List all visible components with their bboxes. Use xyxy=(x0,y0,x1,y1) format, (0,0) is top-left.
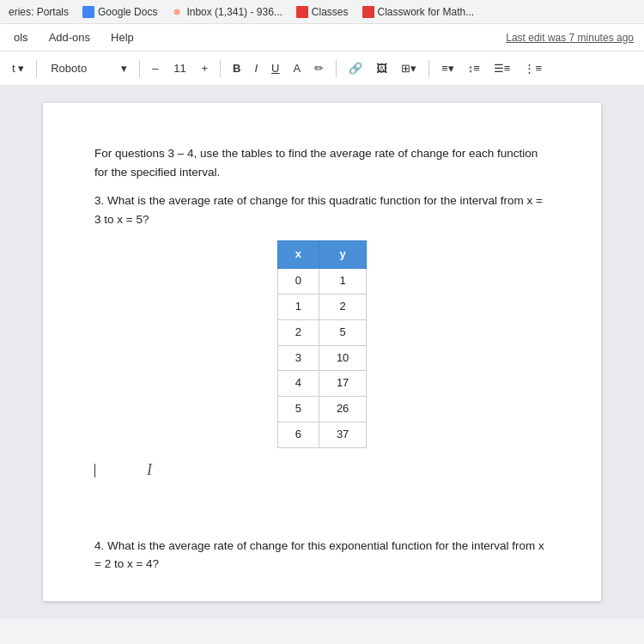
font-size-display[interactable]: 11 xyxy=(167,59,192,77)
text-cursor xyxy=(94,464,95,477)
menu-addons[interactable]: Add-ons xyxy=(46,29,94,46)
toolbar-sep-4 xyxy=(336,60,337,77)
table-row: 25 xyxy=(277,319,367,345)
toolbar-sep-5 xyxy=(428,60,429,77)
table-row: 526 xyxy=(277,397,367,422)
bookmark-inbox[interactable]: ⊗ Inbox (1,341) - 936... xyxy=(171,6,282,18)
cell-x: 5 xyxy=(277,397,319,422)
toolbar: t ▾ Roboto ▾ – 11 + B I U A ✏ 🔗 🖼 ⊞▾ ≡▾ … xyxy=(0,52,644,86)
bookmark-portals[interactable]: eries: Portals xyxy=(9,6,69,18)
menu-tools[interactable]: ols xyxy=(10,29,32,46)
data-table-container: x y 011225310417526637 xyxy=(94,240,550,447)
cell-x: 2 xyxy=(277,319,319,345)
cell-y: 5 xyxy=(319,319,366,345)
menu-bar: ols Add-ons Help Last edit was 7 minutes… xyxy=(0,24,644,52)
bookmarks-bar: eries: Portals Google Docs ⊗ Inbox (1,34… xyxy=(0,0,644,24)
data-table: x y 011225310417526637 xyxy=(277,240,368,447)
table-row: 637 xyxy=(277,422,367,447)
insert-image-button[interactable]: 🖼 xyxy=(371,59,392,77)
list-button[interactable]: ☰≡ xyxy=(489,59,516,77)
table-row: 01 xyxy=(277,269,367,295)
table-row: 12 xyxy=(277,294,367,319)
cell-x: 0 xyxy=(277,269,319,295)
doc-page[interactable]: For questions 3 – 4, use the tables to f… xyxy=(43,103,601,601)
cell-y: 2 xyxy=(319,294,366,319)
toolbar-sep-2 xyxy=(139,60,140,77)
menu-help[interactable]: Help xyxy=(107,29,137,46)
doc-page-wrapper: For questions 3 – 4, use the tables to f… xyxy=(0,86,644,618)
increase-font-size[interactable]: + xyxy=(196,59,213,77)
col-header-x: x xyxy=(277,241,319,269)
bookmark-classes[interactable]: Classes xyxy=(296,6,349,18)
last-edit-label: Last edit was 7 minutes ago xyxy=(506,32,634,44)
line-spacing-button[interactable]: ↕≡ xyxy=(463,59,485,77)
decrease-font-size[interactable]: – xyxy=(147,59,163,77)
cell-y: 1 xyxy=(319,269,366,295)
font-name-display[interactable]: Roboto xyxy=(44,59,112,77)
cell-x: 4 xyxy=(277,371,319,397)
bold-button[interactable]: B xyxy=(228,59,246,77)
cursor-area[interactable]: I xyxy=(94,462,550,479)
inbox-icon: ⊗ xyxy=(171,6,183,18)
insert-table-button[interactable]: ⊞▾ xyxy=(396,59,422,77)
table-header-row: x y xyxy=(277,241,367,269)
table-row: 310 xyxy=(277,345,367,371)
cell-y: 17 xyxy=(319,371,366,397)
cell-x: 3 xyxy=(277,345,319,371)
cell-x: 1 xyxy=(277,294,319,319)
cell-y: 26 xyxy=(319,397,366,422)
highlight-button[interactable]: ✏ xyxy=(309,59,329,77)
cell-y: 37 xyxy=(319,422,366,447)
underline-button[interactable]: U xyxy=(266,59,284,77)
col-header-y: y xyxy=(319,241,366,269)
indent-button[interactable]: ⋮≡ xyxy=(519,59,547,77)
font-style-dropdown[interactable]: t ▾ xyxy=(7,59,29,77)
bookmark-classwork[interactable]: Classwork for Math... xyxy=(362,6,475,18)
classwork-icon xyxy=(362,6,374,18)
question3-text: 3. What is the average rate of change fo… xyxy=(94,191,550,228)
cell-x: 6 xyxy=(277,422,319,447)
table-row: 417 xyxy=(277,371,367,397)
font-name-dropdown[interactable]: ▾ xyxy=(116,59,132,77)
bookmark-google-docs[interactable]: Google Docs xyxy=(82,6,157,18)
cell-y: 10 xyxy=(319,345,366,371)
table-body: 011225310417526637 xyxy=(277,269,367,448)
align-button[interactable]: ≡▾ xyxy=(436,59,459,77)
classes-icon xyxy=(296,6,308,18)
question4-text: 4. What is the average rate of change fo… xyxy=(94,537,550,574)
font-color-button[interactable]: A xyxy=(288,59,306,77)
i-beam-cursor: I xyxy=(147,458,152,483)
insert-link-button[interactable]: 🔗 xyxy=(343,59,368,77)
toolbar-sep-3 xyxy=(220,60,221,77)
docs-icon xyxy=(82,6,94,18)
toolbar-sep-1 xyxy=(36,60,37,77)
italic-button[interactable]: I xyxy=(249,59,263,77)
intro-text: For questions 3 – 4, use the tables to f… xyxy=(94,144,550,181)
